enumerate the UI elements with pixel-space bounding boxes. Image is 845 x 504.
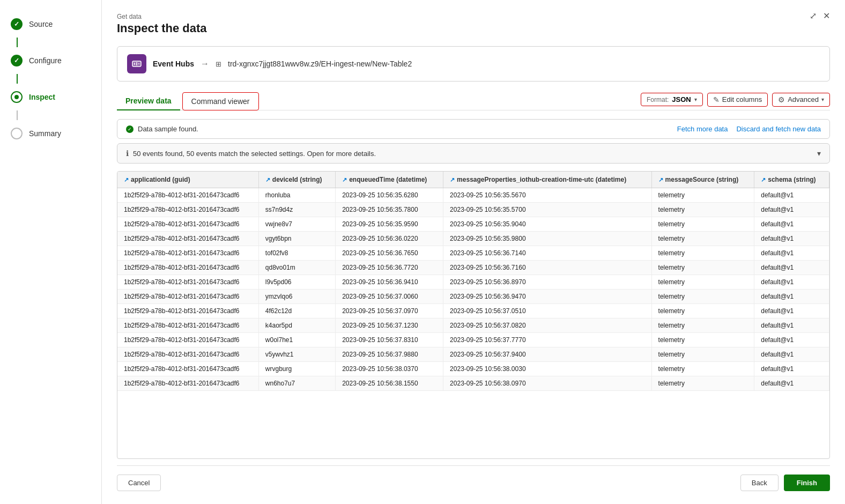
table-cell: 1b2f5f29-a78b-4012-bf31-2016473cadf6 xyxy=(117,275,258,290)
sort-icon: ↗ xyxy=(342,176,347,183)
table-row[interactable]: 1b2f5f29-a78b-4012-bf31-2016473cadf64f62… xyxy=(117,304,829,318)
tabs-left: Preview data Command viewer xyxy=(117,92,259,110)
format-value: JSON xyxy=(672,95,691,103)
sidebar-item-source[interactable]: ✓ Source xyxy=(0,11,63,38)
cancel-button[interactable]: Cancel xyxy=(117,475,161,491)
sidebar-item-inspect[interactable]: Inspect xyxy=(0,84,66,110)
checkmark-icon-2: ✓ xyxy=(14,57,19,64)
tab-preview-data[interactable]: Preview data xyxy=(117,92,180,110)
sidebar: ✓ Source ✓ Configure Inspect Summary xyxy=(0,0,102,504)
table-row[interactable]: 1b2f5f29-a78b-4012-bf31-2016473cadf6ymzv… xyxy=(117,290,829,304)
finish-button[interactable]: Finish xyxy=(784,475,830,491)
table-cell: 1b2f5f29-a78b-4012-bf31-2016473cadf6 xyxy=(117,203,258,217)
close-icon[interactable]: ✕ xyxy=(823,11,830,21)
info-icon: ℹ xyxy=(126,149,129,158)
checkmark-icon: ✓ xyxy=(14,20,19,28)
active-dot xyxy=(14,95,19,99)
expand-icon[interactable]: ⤢ xyxy=(810,11,817,21)
table-row[interactable]: 1b2f5f29-a78b-4012-bf31-2016473cadf6v5yw… xyxy=(117,347,829,362)
table-cell: wrvgburg xyxy=(258,362,335,376)
info-left: ℹ 50 events found, 50 events match the s… xyxy=(126,149,376,158)
table-cell: default@v1 xyxy=(754,318,829,333)
table-cell: 2023-09-25 10:56:35.9800 xyxy=(443,232,651,246)
step-connector-2 xyxy=(17,74,18,84)
tabs-right: Format: JSON ▾ ✎ Edit columns ⚙ Advanced… xyxy=(641,93,830,110)
tabs-row: Preview data Command viewer Format: JSON… xyxy=(117,92,830,110)
table-row[interactable]: 1b2f5f29-a78b-4012-bf31-2016473cadf6l9v5… xyxy=(117,275,829,290)
table-cell: 1b2f5f29-a78b-4012-bf31-2016473cadf6 xyxy=(117,246,258,261)
format-select[interactable]: Format: JSON ▾ xyxy=(641,93,703,106)
footer: Cancel Back Finish xyxy=(117,465,830,491)
table-cell: 2023-09-25 10:56:37.0820 xyxy=(443,318,651,333)
window-controls[interactable]: ⤢ ✕ xyxy=(810,11,830,21)
table-cell: ymzvlqo6 xyxy=(258,290,335,304)
table-row[interactable]: 1b2f5f29-a78b-4012-bf31-2016473cadf6vwjn… xyxy=(117,217,829,232)
table-cell: telemetry xyxy=(651,188,754,203)
table-row[interactable]: 1b2f5f29-a78b-4012-bf31-2016473cadf6vgyt… xyxy=(117,232,829,246)
table-header-cell: ↗messageSource (string) xyxy=(651,172,754,188)
table-cell: vgyt6bpn xyxy=(258,232,335,246)
table-row[interactable]: 1b2f5f29-a78b-4012-bf31-2016473cadf6ss7n… xyxy=(117,203,829,217)
table-cell: ss7n9d4z xyxy=(258,203,335,217)
sort-icon: ↗ xyxy=(124,176,129,183)
table-cell: 2023-09-25 10:56:37.0060 xyxy=(336,290,443,304)
step-circle-summary xyxy=(11,128,23,139)
sidebar-label-summary: Summary xyxy=(29,129,61,138)
info-banner: ℹ 50 events found, 50 events match the s… xyxy=(117,143,830,164)
info-expand-icon[interactable]: ▾ xyxy=(817,149,821,158)
table-cell: 2023-09-25 10:56:38.1550 xyxy=(336,376,443,391)
table-cell: default@v1 xyxy=(754,261,829,275)
advanced-label: Advanced xyxy=(788,95,819,103)
status-left: ✓ Data sample found. xyxy=(126,125,198,133)
table-cell: 2023-09-25 10:56:36.7140 xyxy=(443,246,651,261)
arrow-right-icon: → xyxy=(201,59,209,69)
discard-fetch-link[interactable]: Discard and fetch new data xyxy=(736,125,821,133)
edit-columns-icon: ✎ xyxy=(713,95,720,104)
advanced-chevron-icon: ▾ xyxy=(821,97,824,102)
table-cell: 2023-09-25 10:56:37.0970 xyxy=(336,304,443,318)
table-cell: 2023-09-25 10:56:37.7770 xyxy=(443,333,651,347)
table-row[interactable]: 1b2f5f29-a78b-4012-bf31-2016473cadf6rhon… xyxy=(117,188,829,203)
table-header-cell: ↗schema (string) xyxy=(754,172,829,188)
table-cell: telemetry xyxy=(651,376,754,391)
table-cell: 1b2f5f29-a78b-4012-bf31-2016473cadf6 xyxy=(117,188,258,203)
table-cell: default@v1 xyxy=(754,275,829,290)
table-cell: telemetry xyxy=(651,333,754,347)
table-row[interactable]: 1b2f5f29-a78b-4012-bf31-2016473cadf6wn6h… xyxy=(117,376,829,391)
status-links: Fetch more data Discard and fetch new da… xyxy=(677,125,821,133)
table-row[interactable]: 1b2f5f29-a78b-4012-bf31-2016473cadf6w0ol… xyxy=(117,333,829,347)
edit-columns-button[interactable]: ✎ Edit columns xyxy=(707,93,768,107)
table-cell: 1b2f5f29-a78b-4012-bf31-2016473cadf6 xyxy=(117,261,258,275)
table-cell: default@v1 xyxy=(754,304,829,318)
table-cell: v5ywvhz1 xyxy=(258,347,335,362)
table-row[interactable]: 1b2f5f29-a78b-4012-bf31-2016473cadf6qd8v… xyxy=(117,261,829,275)
sort-icon: ↗ xyxy=(450,176,455,183)
table-cell: 2023-09-25 10:56:35.5700 xyxy=(443,203,651,217)
table-cell: qd8vo01m xyxy=(258,261,335,275)
advanced-button[interactable]: ⚙ Advanced ▾ xyxy=(772,93,830,107)
tab-command-viewer[interactable]: Command viewer xyxy=(182,92,259,110)
table-row[interactable]: 1b2f5f29-a78b-4012-bf31-2016473cadf6wrvg… xyxy=(117,362,829,376)
table-row[interactable]: 1b2f5f29-a78b-4012-bf31-2016473cadf6k4ao… xyxy=(117,318,829,333)
table-cell: 2023-09-25 10:56:35.6280 xyxy=(336,188,443,203)
table-cell: 2023-09-25 10:56:36.7650 xyxy=(336,246,443,261)
step-connector-3 xyxy=(17,110,18,120)
table-cell: telemetry xyxy=(651,217,754,232)
fetch-more-link[interactable]: Fetch more data xyxy=(677,125,728,133)
sidebar-item-summary[interactable]: Summary xyxy=(0,120,72,147)
table-cell: 2023-09-25 10:56:35.5670 xyxy=(443,188,651,203)
status-text: Data sample found. xyxy=(138,125,198,133)
source-name: Event Hubs xyxy=(153,60,194,68)
sidebar-label-configure: Configure xyxy=(29,56,62,65)
table-cell: telemetry xyxy=(651,275,754,290)
back-button[interactable]: Back xyxy=(740,475,779,491)
table-cell: 2023-09-25 10:56:37.9400 xyxy=(443,347,651,362)
table-cell: tof02fv8 xyxy=(258,246,335,261)
table-cell: default@v1 xyxy=(754,246,829,261)
footer-right: Back Finish xyxy=(740,475,830,491)
main-panel: ⤢ ✕ Get data Inspect the data Event Hubs… xyxy=(102,0,845,504)
table-cell: w0ol7he1 xyxy=(258,333,335,347)
data-table-container[interactable]: ↗applicationId (guid)↗deviceId (string)↗… xyxy=(117,171,830,459)
table-row[interactable]: 1b2f5f29-a78b-4012-bf31-2016473cadf6tof0… xyxy=(117,246,829,261)
sidebar-item-configure[interactable]: ✓ Configure xyxy=(0,47,72,74)
